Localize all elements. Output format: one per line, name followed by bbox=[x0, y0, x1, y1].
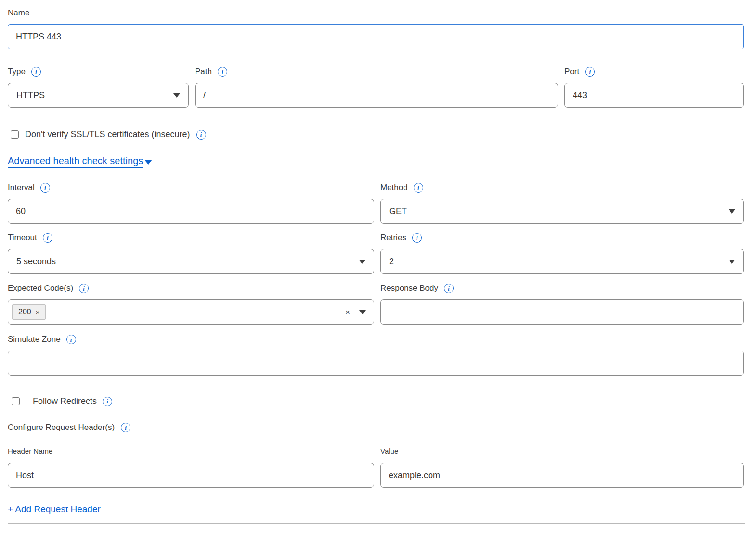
info-icon[interactable] bbox=[121, 423, 130, 432]
simulate-zone-field: Simulate Zone bbox=[8, 334, 744, 376]
name-input[interactable] bbox=[8, 24, 744, 49]
remove-tag-icon[interactable]: × bbox=[36, 309, 40, 316]
expected-codes-label: Expected Code(s) bbox=[8, 283, 73, 294]
follow-redirects-label[interactable]: Follow Redirects bbox=[33, 396, 97, 406]
method-field: Method GET bbox=[380, 182, 744, 224]
follow-redirects-checkbox[interactable] bbox=[12, 397, 20, 405]
clear-all-icon[interactable]: × bbox=[345, 308, 350, 316]
info-icon[interactable] bbox=[31, 67, 41, 77]
info-icon[interactable] bbox=[43, 233, 52, 243]
info-icon[interactable] bbox=[218, 67, 227, 77]
add-request-header: + Add Request Header bbox=[8, 504, 101, 515]
header-value-input[interactable] bbox=[380, 463, 744, 488]
method-select-value: GET bbox=[389, 207, 407, 217]
chevron-down-icon bbox=[729, 209, 735, 214]
timeout-label: Timeout bbox=[8, 233, 37, 243]
chevron-down-icon bbox=[729, 260, 735, 264]
ssl-verify-checkbox[interactable] bbox=[11, 130, 19, 139]
info-icon[interactable] bbox=[585, 67, 595, 77]
type-label: Type bbox=[8, 66, 26, 77]
port-input[interactable] bbox=[564, 83, 744, 108]
info-icon[interactable] bbox=[412, 233, 422, 243]
path-label: Path bbox=[195, 66, 212, 77]
retries-label: Retries bbox=[380, 233, 406, 243]
info-icon[interactable] bbox=[103, 397, 112, 406]
response-body-field: Response Body bbox=[380, 283, 744, 325]
follow-redirects-row: Follow Redirects bbox=[12, 396, 744, 406]
header-name-field: Header Name bbox=[8, 446, 374, 488]
chevron-down-icon bbox=[173, 93, 180, 98]
type-select-value: HTTPS bbox=[16, 91, 45, 101]
caret-down-icon bbox=[144, 160, 152, 165]
info-icon[interactable] bbox=[40, 183, 50, 193]
expected-codes-multiselect[interactable]: 200 × × bbox=[8, 299, 374, 325]
chevron-down-icon bbox=[359, 310, 366, 314]
name-label: Name bbox=[8, 8, 29, 18]
type-field: Type HTTPS bbox=[8, 66, 189, 108]
info-icon[interactable] bbox=[414, 183, 423, 193]
name-label-row: Name bbox=[8, 8, 744, 18]
timeout-select-value: 5 seconds bbox=[16, 257, 56, 267]
add-request-header-link[interactable]: + Add Request Header bbox=[8, 504, 101, 514]
simulate-zone-label: Simulate Zone bbox=[8, 334, 61, 345]
expected-code-tag-value: 200 bbox=[18, 308, 31, 316]
interval-input[interactable] bbox=[8, 199, 374, 224]
request-headers-section-label: Configure Request Header(s) bbox=[8, 422, 115, 433]
timeout-select[interactable]: 5 seconds bbox=[8, 249, 374, 274]
retries-select-value: 2 bbox=[389, 257, 394, 267]
method-label: Method bbox=[380, 182, 408, 193]
path-field: Path bbox=[195, 66, 558, 108]
ssl-verify-label[interactable]: Don't verify SSL/TLS certificates (insec… bbox=[25, 130, 190, 140]
response-body-input[interactable] bbox=[380, 299, 744, 325]
advanced-settings-link[interactable]: Advanced health check settings bbox=[8, 156, 143, 167]
health-check-form: Name Type HTTPS Path Port bbox=[0, 0, 756, 524]
port-field: Port bbox=[564, 66, 744, 108]
response-body-label: Response Body bbox=[380, 283, 438, 294]
header-name-input[interactable] bbox=[8, 463, 374, 488]
ssl-verify-row: Don't verify SSL/TLS certificates (insec… bbox=[11, 130, 744, 140]
type-select[interactable]: HTTPS bbox=[8, 83, 189, 108]
header-value-col-label: Value bbox=[380, 446, 744, 455]
info-icon[interactable] bbox=[66, 335, 76, 344]
interval-field: Interval bbox=[8, 182, 374, 224]
multiselect-controls: × bbox=[345, 308, 366, 316]
expected-codes-field: Expected Code(s) 200 × × bbox=[8, 283, 374, 325]
info-icon[interactable] bbox=[444, 284, 454, 293]
timeout-field: Timeout 5 seconds bbox=[8, 233, 374, 274]
request-headers-section: Configure Request Header(s) bbox=[8, 422, 744, 433]
interval-label: Interval bbox=[8, 182, 35, 193]
section-divider bbox=[8, 523, 745, 524]
info-icon[interactable] bbox=[79, 284, 89, 293]
expected-code-tag: 200 × bbox=[12, 304, 46, 320]
header-value-field: Value bbox=[380, 446, 744, 488]
retries-select[interactable]: 2 bbox=[380, 249, 744, 274]
chevron-down-icon bbox=[359, 260, 365, 264]
retries-field: Retries 2 bbox=[380, 233, 744, 274]
port-label: Port bbox=[564, 66, 579, 77]
info-icon[interactable] bbox=[196, 130, 206, 140]
header-name-col-label: Header Name bbox=[8, 446, 374, 455]
simulate-zone-input[interactable] bbox=[8, 351, 744, 376]
method-select[interactable]: GET bbox=[380, 199, 744, 224]
advanced-settings-toggle: Advanced health check settings bbox=[8, 156, 152, 167]
path-input[interactable] bbox=[195, 83, 558, 108]
